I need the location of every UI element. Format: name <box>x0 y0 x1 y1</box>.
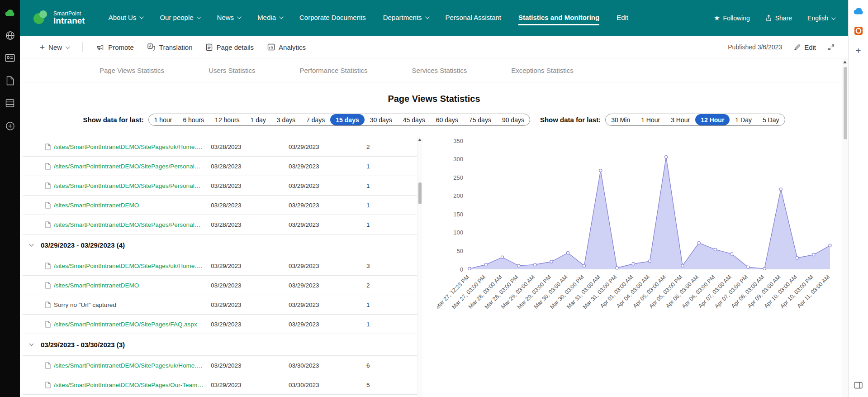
expand-button[interactable] <box>828 44 835 51</box>
chart-data-point[interactable] <box>484 263 487 266</box>
tab-exceptions-statistics[interactable]: Exceptions Statistics <box>511 67 574 74</box>
page-url-link[interactable]: /sites/SmartPointIntranetDEMO/SitePages/… <box>54 143 204 150</box>
list-stack-icon[interactable] <box>5 98 15 109</box>
chart-data-point[interactable] <box>599 169 602 172</box>
range-option-7-days[interactable]: 7 days <box>301 114 330 125</box>
chart-data-point[interactable] <box>812 253 815 256</box>
chart-data-point[interactable] <box>550 260 553 263</box>
tab-page-views-statistics[interactable]: Page Views Statistics <box>100 67 164 74</box>
table-row[interactable]: /sites/SmartPointIntranetDEMO/SitePages/… <box>23 176 417 196</box>
chart-data-point[interactable] <box>583 264 586 267</box>
range-option-1-day[interactable]: 1 Day <box>730 114 757 125</box>
chart-data-point[interactable] <box>468 267 471 270</box>
table-row[interactable]: /sites/SmartPointIntranetDEMO/SitePages/… <box>23 157 417 176</box>
page-url-link[interactable]: /sites/SmartPointIntranetDEMO/SitePages/… <box>54 362 204 369</box>
promote-button[interactable]: Promote <box>96 43 134 51</box>
tab-users-statistics[interactable]: Users Statistics <box>209 67 255 74</box>
range-option-12-hours[interactable]: 12 hours <box>209 114 245 125</box>
language-selector[interactable]: English <box>807 14 835 22</box>
range-option-30-days[interactable]: 30 days <box>365 114 398 125</box>
table-row[interactable]: /sites/SmartPointIntranetDEMO/SitePages/… <box>23 215 417 234</box>
table-row[interactable]: /sites/SmartPointIntranetDEMO03/28/20230… <box>23 196 417 215</box>
nav-item-statistics-and-monitoring[interactable]: Statistics and Monitoring <box>518 11 599 25</box>
table-row[interactable]: /sites/SmartPointIntranetDEMO/SitePages/… <box>23 137 417 157</box>
translation-button[interactable]: A Translation <box>147 43 193 51</box>
page-url-link[interactable]: /sites/SmartPointIntranetDEMO/SitePages/… <box>54 382 204 388</box>
chart-data-point[interactable] <box>697 242 700 244</box>
tab-services-statistics[interactable]: Services Statistics <box>412 67 467 74</box>
contact-card-icon[interactable] <box>5 53 15 63</box>
nav-item-corporate-documents[interactable]: Corporate Documents <box>299 11 366 25</box>
range-option-75-days[interactable]: 75 days <box>464 114 497 125</box>
list-scrollbar-thumb[interactable] <box>418 182 422 204</box>
page-scrollbar-thumb[interactable] <box>844 67 847 139</box>
table-row[interactable]: /sites/SmartPointIntranetDEMO03/29/20230… <box>23 276 417 295</box>
add-circle-icon[interactable] <box>5 120 15 131</box>
chart-data-point[interactable] <box>779 188 782 191</box>
table-row[interactable]: /sites/SmartPointIntranetDEMO/SitePages/… <box>23 356 417 375</box>
range-option-5-day[interactable]: 5 Day <box>757 114 785 125</box>
chart-data-point[interactable] <box>829 244 831 247</box>
page-url-link[interactable]: /sites/SmartPointIntranetDEMO/SitePages/… <box>54 321 197 328</box>
chart-data-point[interactable] <box>763 267 766 270</box>
group-header[interactable]: 03/29/2023 - 03/29/2023 (4) <box>23 234 417 256</box>
table-row[interactable]: Sorry no "Url" captured03/29/202303/29/2… <box>23 295 417 315</box>
chart-data-point[interactable] <box>730 253 733 255</box>
chart-data-point[interactable] <box>714 248 716 251</box>
chart-data-point[interactable] <box>517 264 520 267</box>
chart-data-point[interactable] <box>501 256 503 258</box>
scroll-up-arrow-icon[interactable] <box>418 139 422 141</box>
page-scrollbar[interactable] <box>842 59 848 397</box>
globe-icon[interactable] <box>5 30 15 41</box>
nav-item-media[interactable]: Media <box>257 11 282 25</box>
chart-data-point[interactable] <box>747 266 749 268</box>
sidebar-toggle-icon[interactable] <box>853 380 864 391</box>
chart-data-point[interactable] <box>665 156 668 158</box>
nav-item-edit[interactable]: Edit <box>617 11 628 25</box>
page-details-button[interactable]: Page details <box>206 43 254 51</box>
chart-data-point[interactable] <box>632 263 635 265</box>
range-option-12-hour[interactable]: 12 Hour <box>695 114 730 125</box>
range-option-1-hour[interactable]: 1 hour <box>149 114 178 125</box>
range-option-45-days[interactable]: 45 days <box>398 114 431 125</box>
edit-page-button[interactable]: Edit <box>794 43 816 51</box>
group-header[interactable]: 03/29/2023 - 03/30/2023 (3) <box>23 334 417 356</box>
scroll-up-arrow-icon[interactable] <box>843 61 847 63</box>
chart-data-point[interactable] <box>648 260 651 263</box>
blue-cloud-icon[interactable] <box>853 5 864 16</box>
range-option-15-days[interactable]: 15 days <box>330 114 364 125</box>
nav-item-news[interactable]: News <box>217 11 241 25</box>
chart-data-point[interactable] <box>616 267 618 269</box>
nav-item-departments[interactable]: Departments <box>383 11 428 25</box>
chart-data-point[interactable] <box>534 263 536 266</box>
chart-data-point[interactable] <box>566 251 569 254</box>
office-365-icon[interactable] <box>853 25 864 36</box>
document-icon[interactable] <box>5 75 15 86</box>
page-url-link[interactable]: /sites/SmartPointIntranetDEMO/SitePages/… <box>54 221 204 228</box>
page-url-link[interactable]: /sites/SmartPointIntranetDEMO <box>54 202 139 209</box>
share-button[interactable]: Share <box>765 14 792 22</box>
range-option-1-day[interactable]: 1 day <box>245 114 271 125</box>
table-row[interactable]: /sites/SmartPointIntranetDEMO/SitePages/… <box>23 375 417 395</box>
page-url-link[interactable]: /sites/SmartPointIntranetDEMO/SitePages/… <box>54 163 204 170</box>
analytics-button[interactable]: Analytics <box>267 43 306 51</box>
tab-performance-statistics[interactable]: Performance Statistics <box>299 67 367 74</box>
smartpoint-cloud-icon[interactable] <box>5 7 15 18</box>
range-option-30-min[interactable]: 30 Min <box>606 114 636 125</box>
nav-item-about-us[interactable]: About Us <box>109 11 143 25</box>
new-button[interactable]: + New <box>40 43 69 52</box>
brand-logo[interactable]: SmartPoint Intranet <box>33 10 85 26</box>
page-url-link[interactable]: /sites/SmartPointIntranetDEMO/SitePages/… <box>54 263 204 269</box>
list-scrollbar[interactable] <box>417 137 422 397</box>
page-url-link[interactable]: /sites/SmartPointIntranetDEMO <box>54 282 139 289</box>
page-url-link[interactable]: /sites/SmartPointIntranetDEMO/SitePages/… <box>54 182 204 189</box>
add-sidebar-item-icon[interactable]: + <box>853 45 864 56</box>
range-option-90-days[interactable]: 90 days <box>497 114 530 125</box>
nav-item-personal-assistant[interactable]: Personal Assistant <box>446 11 501 25</box>
range-option-60-days[interactable]: 60 days <box>431 114 464 125</box>
range-option-3-days[interactable]: 3 days <box>271 114 301 125</box>
range-option-6-hours[interactable]: 6 hours <box>177 114 209 125</box>
table-row[interactable]: /sites/SmartPointIntranetDEMO/SitePages/… <box>23 256 417 276</box>
chart-data-point[interactable] <box>796 257 798 259</box>
following-button[interactable]: ★ Following <box>714 14 750 22</box>
